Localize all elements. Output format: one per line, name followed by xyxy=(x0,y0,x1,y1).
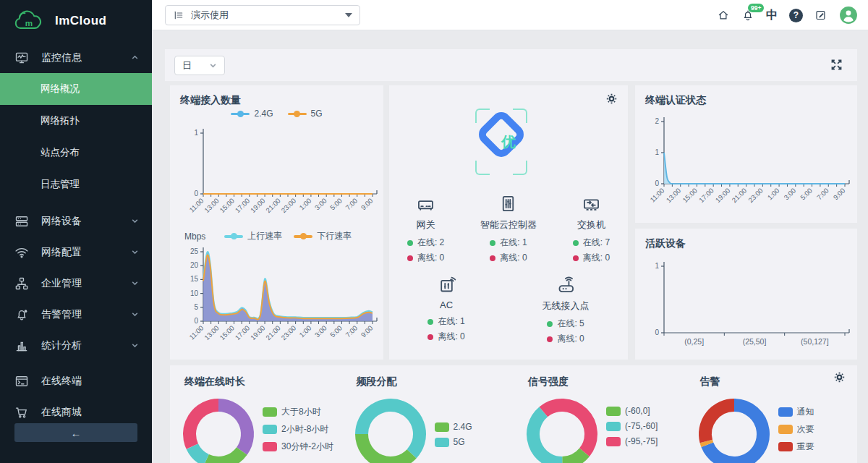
panel-title: 活跃设备 xyxy=(645,237,686,250)
server-icon xyxy=(14,214,29,229)
sidebar-item[interactable]: 告警管理 xyxy=(0,299,152,330)
period-select[interactable]: 日 xyxy=(174,56,225,75)
network-health-panel: 优 网关在线: 2离线: 0智能云控制器在线: 1离线: 0交换机在线: 7离线… xyxy=(389,85,628,360)
auth-status-panel: 终端认证状态 01211:0013:0015:0017:0019:0021:00… xyxy=(635,85,857,223)
help-icon[interactable]: ? xyxy=(789,9,803,22)
device-offline-count: 离线: 0 xyxy=(490,250,527,266)
chevron-down-icon xyxy=(209,61,217,69)
svg-text:17:00: 17:00 xyxy=(697,187,715,205)
device-status: 网关在线: 2离线: 0 xyxy=(407,194,444,266)
panel-title: 信号强度 xyxy=(528,375,569,388)
legend-item[interactable]: 2小时-8小时 xyxy=(263,423,333,436)
device-offline-count: 离线: 0 xyxy=(573,250,610,266)
stats-icon xyxy=(14,339,29,353)
access-count-chart: 0111:0013:0015:0017:0019:0021:0023:001:0… xyxy=(170,123,383,229)
legend-item[interactable]: 2.4G xyxy=(435,422,472,432)
sidebar-subitem[interactable]: 网络拓扑 xyxy=(0,105,152,137)
svg-text:21:00: 21:00 xyxy=(730,187,748,205)
sidebar-item[interactable]: 企业管理 xyxy=(0,268,152,299)
legend-item[interactable]: 次要 xyxy=(778,423,814,436)
legend-item[interactable]: 30分钟-2小时 xyxy=(263,441,333,453)
sidebar-item[interactable]: 网络配置 xyxy=(0,237,152,268)
svg-text:0: 0 xyxy=(655,328,659,336)
svg-text:5:00: 5:00 xyxy=(799,187,814,202)
svg-text:3:00: 3:00 xyxy=(313,324,328,339)
scene-selector[interactable]: 演示使用 xyxy=(165,5,360,25)
sidebar-item-label: 在线终端 xyxy=(41,375,82,388)
chevron-down-icon xyxy=(131,310,139,318)
switch-icon xyxy=(582,194,601,214)
gear-icon[interactable] xyxy=(605,93,618,105)
app-window: m ImCloud 监控信息网络概况网络拓扑站点分布日志管理网络设备网络配置企业… xyxy=(0,0,868,463)
bracket-corner xyxy=(513,161,527,175)
svg-text:19:00: 19:00 xyxy=(714,187,732,205)
chevron-up-icon xyxy=(131,54,139,61)
svg-text:5:00: 5:00 xyxy=(328,324,344,339)
sidebar-item[interactable]: 网络设备 xyxy=(0,205,152,237)
device-name: 无线接入点 xyxy=(542,300,590,313)
legend-item[interactable]: 下行速率 xyxy=(294,230,352,242)
svg-text:23:00: 23:00 xyxy=(279,324,297,342)
legend-item[interactable]: 5G xyxy=(435,437,472,447)
home-icon[interactable] xyxy=(717,9,730,22)
auth-status-chart: 01211:0013:0015:0017:0019:0021:0023:001:… xyxy=(635,111,857,221)
sidebar-subitem[interactable]: 网络概况 xyxy=(0,73,152,105)
device-status: 无线接入点在线: 5离线: 0 xyxy=(542,275,590,347)
svg-text:m: m xyxy=(25,18,33,27)
donut-legend: 2.4G5G xyxy=(435,422,472,447)
device-status: 交换机在线: 7离线: 0 xyxy=(573,194,610,266)
svg-text:21:00: 21:00 xyxy=(264,324,282,342)
legend-item[interactable]: 2.4G xyxy=(231,109,273,119)
dashboard-toolbar: 日 xyxy=(165,49,857,81)
ap-icon xyxy=(556,275,576,295)
legend-item[interactable]: 上行速率 xyxy=(224,230,282,242)
legend-item[interactable]: 重要 xyxy=(778,441,814,453)
device-status-row: 网关在线: 2离线: 0智能云控制器在线: 1离线: 0交换机在线: 7离线: … xyxy=(389,194,628,266)
language-toggle[interactable]: 中 xyxy=(766,8,778,23)
legend-item[interactable]: (-95,-75] xyxy=(606,436,658,446)
user-avatar[interactable] xyxy=(839,6,858,25)
alarms-donut xyxy=(694,394,774,463)
terminal-access-panel: 终端接入数量 2.4G5G 0111:0013:0015:0017:0019:0… xyxy=(170,85,383,360)
device-name: 交换机 xyxy=(577,218,605,232)
legend-item[interactable]: 大于8小时 xyxy=(263,406,333,418)
ac-icon xyxy=(437,275,456,295)
sidebar-item[interactable]: 统计分析 xyxy=(0,330,152,361)
svg-text:15:00: 15:00 xyxy=(218,197,236,215)
sidebar-item-label: 在线商城 xyxy=(41,406,82,419)
feedback-edit-icon[interactable] xyxy=(814,9,827,22)
panel-title: 频段分配 xyxy=(357,375,397,388)
alarms-section: 告警 通知次要重要 xyxy=(686,365,858,463)
statistics-panel: 终端在线时长 大于8小时2小时-8小时30分钟-2小时 频段分配 2.4G5G … xyxy=(170,365,857,463)
sidebar-subitem[interactable]: 站点分布 xyxy=(0,137,152,169)
rate-chart: 051015202511:0013:0015:0017:0019:0021:00… xyxy=(170,246,383,360)
alarm-bell-icon xyxy=(14,307,29,322)
legend-item[interactable]: (-60,0] xyxy=(606,406,658,416)
sidebar-item-label: 企业管理 xyxy=(41,277,82,290)
svg-text:15:00: 15:00 xyxy=(218,324,236,342)
cart-icon xyxy=(14,405,29,420)
period-select-value: 日 xyxy=(182,59,192,72)
fullscreen-icon[interactable] xyxy=(830,59,843,71)
svg-text:21:00: 21:00 xyxy=(264,197,282,215)
device-online-count: 在线: 7 xyxy=(573,235,610,250)
panel-title: 终端接入数量 xyxy=(180,94,241,107)
sidebar-subitem[interactable]: 日志管理 xyxy=(0,169,152,200)
sidebar-collapse-button[interactable]: ← xyxy=(14,423,137,442)
health-grade-text: 优 xyxy=(501,132,516,152)
device-status: AC在线: 1离线: 0 xyxy=(427,275,464,347)
bracket-corner xyxy=(475,161,490,175)
notifications-bell-icon[interactable]: 99+ xyxy=(741,9,754,22)
rate-chart-legend: 上行速率下行速率 xyxy=(224,230,352,242)
chevron-down-icon xyxy=(131,279,139,287)
legend-item[interactable]: 5G xyxy=(288,109,323,119)
legend-item[interactable]: (-75,-60] xyxy=(606,421,658,431)
sidebar-item[interactable]: 监控信息 xyxy=(0,42,152,73)
donut-legend: (-60,0](-75,-60](-95,-75] xyxy=(606,406,658,446)
svg-text:1: 1 xyxy=(655,148,659,156)
svg-text:2: 2 xyxy=(655,117,659,125)
svg-text:1:00: 1:00 xyxy=(766,187,781,202)
sidebar-item[interactable]: 在线终端 xyxy=(0,365,152,396)
legend-item[interactable]: 通知 xyxy=(778,406,814,418)
chevron-down-icon xyxy=(345,13,352,17)
